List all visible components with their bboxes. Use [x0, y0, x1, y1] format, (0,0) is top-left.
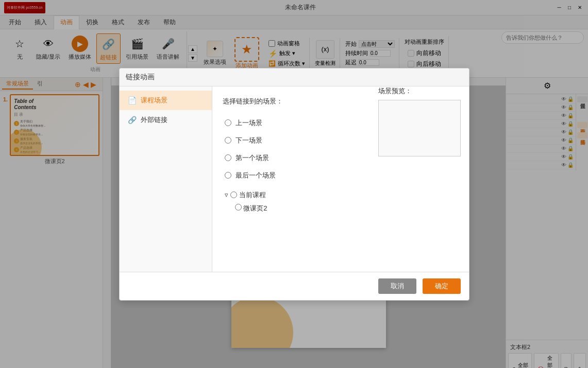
dialog-body: 📄 课程场景 🔗 外部链接 选择链接到的场景： 上一场景 下一场景 — [120, 86, 469, 272]
first-scene-label: 第一个场景 — [236, 153, 269, 163]
preview-box — [378, 100, 461, 156]
current-course-label: 当前课程 — [239, 190, 266, 200]
last-scene-option[interactable]: 最后一个场景 — [223, 167, 459, 184]
dialog-course-scene-item[interactable]: 📄 课程场景 — [120, 91, 212, 110]
cancel-button[interactable]: 取消 — [378, 278, 416, 294]
next-scene-radio[interactable] — [225, 137, 231, 144]
course-scene-label: 课程场景 — [141, 96, 167, 105]
ok-button[interactable]: 确定 — [423, 278, 461, 294]
first-scene-radio[interactable] — [225, 154, 231, 161]
dialog-footer: 取消 确定 — [120, 272, 469, 300]
external-link-label: 外部链接 — [141, 115, 167, 125]
sub-scene-radio[interactable] — [235, 204, 242, 211]
link-icon: 🔗 — [128, 116, 137, 124]
dialog-external-link-item[interactable]: 🔗 外部链接 — [120, 110, 212, 130]
tree-expand-icon: ▿ — [225, 191, 228, 199]
document-icon: 📄 — [128, 96, 137, 104]
dialog-main: 选择链接到的场景： 上一场景 下一场景 第一个场景 最后一个场景 — [212, 86, 469, 272]
sub-scene-label: 微课页2 — [243, 204, 267, 212]
prev-scene-radio[interactable] — [225, 119, 231, 126]
tree-current-course[interactable]: ▿ 当前课程 — [223, 188, 459, 202]
scene-preview-panel: 场景预览： — [378, 86, 461, 156]
link-animation-dialog: 链接动画 📄 课程场景 🔗 外部链接 选择链接到的场景： 上一场景 — [119, 68, 469, 301]
tree-sub-item-1[interactable]: 微课页2 — [223, 202, 459, 215]
next-scene-label: 下一场景 — [236, 136, 262, 145]
prev-scene-label: 上一场景 — [236, 118, 262, 128]
last-scene-radio[interactable] — [225, 172, 231, 179]
dialog-overlay: 链接动画 📄 课程场景 🔗 外部链接 选择链接到的场景： 上一场景 — [0, 0, 588, 368]
preview-label: 场景预览： — [378, 86, 461, 96]
last-scene-label: 最后一个场景 — [236, 171, 276, 180]
scene-tree: ▿ 当前课程 微课页2 — [223, 188, 459, 215]
dialog-sidebar: 📄 课程场景 🔗 外部链接 — [120, 86, 212, 272]
current-course-radio[interactable] — [230, 191, 237, 198]
dialog-title: 链接动画 — [120, 68, 469, 86]
